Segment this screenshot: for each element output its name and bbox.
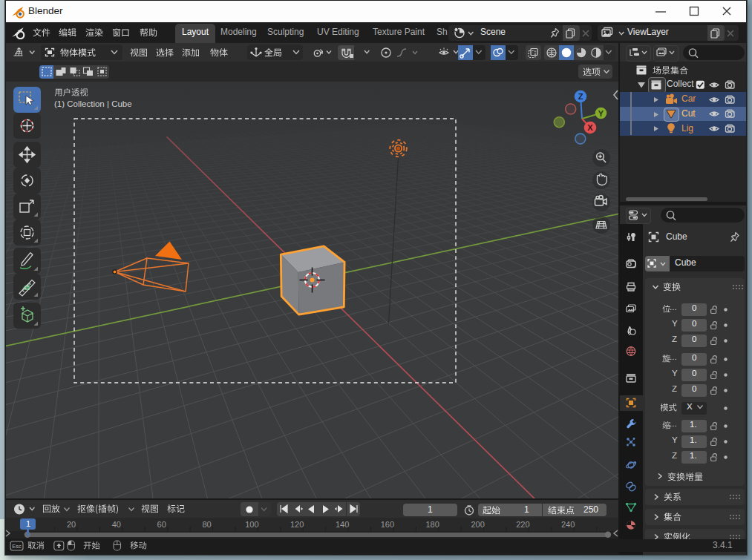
- svg-text:Y: Y: [598, 109, 604, 118]
- svg-text:Z: Z: [578, 92, 583, 101]
- svg-text:X: X: [587, 123, 593, 132]
- svg-text:Esc: Esc: [12, 543, 22, 550]
